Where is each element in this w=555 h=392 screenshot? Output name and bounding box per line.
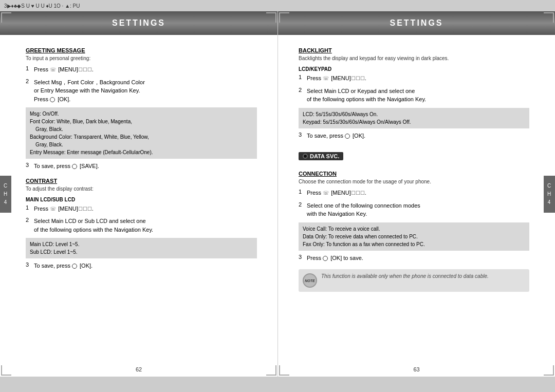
right-corner-tr [544, 12, 554, 23]
ok-circle-2 [72, 264, 77, 269]
data-svc-section: DATA SVC. [299, 147, 529, 163]
connection-info-box: Voice Call: To receive a voice call. Dat… [299, 222, 529, 251]
ok-circle [50, 97, 55, 102]
step-num-b2: 2 [299, 87, 307, 93]
page-left: SETTINGS GREETING MESSAGE To input a per… [0, 11, 278, 377]
connection-subtitle: Choose the connection mode for the usage… [299, 179, 529, 184]
corner-tr [266, 12, 276, 23]
step-num-2: 2 [26, 78, 34, 84]
phone-icon-2: ☏ [50, 205, 57, 213]
greeting-info-box: Msg: On/Off. Font Color: White, Blue, Da… [26, 107, 257, 159]
left-ch-tab: CH4 [0, 176, 11, 213]
right-page-num: 63 [278, 362, 555, 377]
step-3-contrast: 3 To save, press [OK]. [26, 262, 257, 270]
step-1-greeting: 1 Press ☏ [MENU]☐☐☐. [26, 65, 257, 74]
phone-icon-4: ☏ [323, 189, 329, 197]
backlight-subtitle: Backlights the display and keypad for ea… [299, 55, 529, 61]
phone-icon-3: ☏ [323, 74, 329, 82]
ok-circle-4 [323, 256, 328, 261]
step-1-connection: 1 Press ☏ [MENU]☐☐☐. [299, 189, 529, 197]
nav-icon-1: ☐☐☐ [78, 66, 92, 73]
right-corner-tl [279, 12, 289, 23]
step-content-b3: To save, press [OK]. [307, 132, 529, 140]
right-page-header: SETTINGS [278, 11, 555, 35]
step-3-connection: 3 Press [OK] to save. [299, 254, 529, 263]
data-svc-dot [303, 154, 308, 159]
step-num-c2: 2 [26, 217, 34, 223]
phone-icon: ☏ [50, 66, 57, 73]
right-corner-br [544, 365, 554, 376]
greeting-message-title: GREETING MESSAGE [26, 47, 257, 53]
nav-icon-2: ☐☐☐ [78, 205, 92, 213]
step-3-backlight: 3 To save, press [OK]. [299, 132, 529, 140]
backlight-title: BACKLIGHT [299, 47, 529, 53]
step-num-b3: 3 [299, 132, 307, 138]
note-box: NOTE This function is available only whe… [299, 269, 529, 292]
step-content-1: Press ☏ [MENU]☐☐☐. [34, 65, 257, 74]
step-content-b2: Select Main LCD or Keypad and select one… [307, 87, 529, 104]
greeting-message-subtitle: To input a personal greeting: [26, 55, 257, 61]
nav-icon-4: ☐☐☐ [351, 189, 365, 197]
contrast-subtitle: To adjust the display contrast: [26, 186, 257, 192]
corner-bl [1, 365, 11, 376]
top-bar-text: 3▶♦♣◆S U ♥ U U ♦U 1O · ▲: PU [4, 3, 80, 9]
step-num-3: 3 [26, 162, 34, 168]
connection-title: CONNECTION [299, 171, 529, 177]
left-page-header: SETTINGS [0, 11, 278, 35]
step-content-conn2: Select one of the following connection m… [307, 201, 529, 218]
step-num-conn2: 2 [299, 201, 307, 208]
main-content: SETTINGS GREETING MESSAGE To input a per… [0, 11, 555, 377]
step-1-contrast: 1 Press ☏ [MENU]☐☐☐. [26, 204, 257, 213]
step-content-c3: To save, press [OK]. [34, 262, 257, 270]
right-corner-bl [279, 365, 289, 376]
corner-tl [1, 12, 11, 23]
step-content-3: To save, press [SAVE]. [34, 162, 257, 171]
step-content-b1: Press ☏ [MENU]☐☐☐. [307, 74, 529, 83]
nav-icon-3: ☐☐☐ [351, 74, 365, 82]
step-content-conn1: Press ☏ [MENU]☐☐☐. [307, 189, 529, 197]
step-num-c1: 1 [26, 204, 34, 211]
top-bar: 3▶♦♣◆S U ♥ U U ♦U 1O · ▲: PU [0, 0, 555, 11]
page-right: SETTINGS BACKLIGHT Backlights the displa… [278, 11, 555, 377]
step-content-c1: Press ☏ [MENU]☐☐☐. [34, 204, 257, 213]
save-circle [72, 164, 77, 169]
lcd-keypad-title: LCD/KEYPAD [299, 66, 529, 72]
main-lcd-sub-lcd-title: MAIN LCD/SUB LCD [26, 197, 257, 202]
step-num-1: 1 [26, 65, 34, 71]
left-corner-br [266, 365, 276, 376]
contrast-title: CONTRAST [26, 178, 257, 184]
step-num-c3: 3 [26, 262, 34, 268]
step-content-2: Select Msg，Font Color，Background Color o… [34, 78, 257, 104]
step-num-conn1: 1 [299, 189, 307, 195]
backlight-info-box: LCD: 5s/15s/30s/60s/Always On. Keypad: 5… [299, 108, 529, 128]
step-num-conn3: 3 [299, 254, 307, 260]
note-text: This function is available only when the… [321, 273, 489, 279]
bottom-bar [0, 377, 555, 392]
data-svc-label: DATA SVC. [299, 152, 343, 160]
contrast-info-box: Main LCD: Level 1~5. Sub LCD: Level 1~5. [26, 238, 257, 258]
ok-circle-3 [345, 134, 350, 139]
step-content-c2: Select Main LCD or Sub LCD and select on… [34, 217, 257, 234]
step-2-greeting: 2 Select Msg，Font Color，Background Color… [26, 78, 257, 104]
step-2-backlight: 2 Select Main LCD or Keypad and select o… [299, 87, 529, 104]
note-icon: NOTE [303, 273, 317, 288]
step-3-greeting: 3 To save, press [SAVE]. [26, 162, 257, 171]
step-1-backlight: 1 Press ☏ [MENU]☐☐☐. [299, 74, 529, 83]
right-ch-tab: CH4 [544, 176, 555, 213]
left-page-body: GREETING MESSAGE To input a personal gre… [0, 40, 278, 362]
step-num-b1: 1 [299, 74, 307, 80]
step-2-contrast: 2 Select Main LCD or Sub LCD and select … [26, 217, 257, 234]
left-page-num: 62 [0, 362, 278, 377]
step-2-connection: 2 Select one of the following connection… [299, 201, 529, 218]
step-content-conn3: Press [OK] to save. [307, 254, 529, 263]
right-page-body: BACKLIGHT Backlights the display and key… [278, 40, 555, 362]
